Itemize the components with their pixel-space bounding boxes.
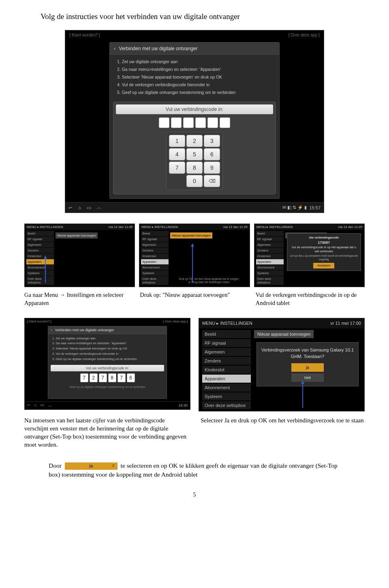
key-3[interactable]: 3: [204, 135, 220, 147]
key-9[interactable]: 9: [204, 162, 220, 174]
menu-algemeen[interactable]: Algemeen: [256, 242, 284, 247]
dialog-header: ‹ Verbinden met uw digitale ontvanger: [48, 326, 167, 334]
step-4: 4. Vul de verkregen verbindingscode hier…: [117, 81, 274, 89]
menu-systeem[interactable]: Systeem: [141, 271, 169, 276]
new-device-button[interactable]: Nieuw apparaat toevoegen: [56, 232, 98, 239]
code-digit: 8: [108, 373, 116, 382]
nav-home-icon[interactable]: ⌂: [34, 403, 36, 408]
nav-back-icon[interactable]: ⤺: [68, 205, 73, 211]
topbar-left-link[interactable]: { Klant worden? }: [27, 320, 51, 323]
back-icon[interactable]: ‹: [114, 45, 115, 51]
confirm-text: Verbindingsverzoek van Samsung Galaxy 10…: [260, 347, 355, 360]
code-box[interactable]: [195, 117, 206, 128]
stb-screenshot-2: MENU ▸ INSTELLINGEN ma 12 dec 11:25 Beel…: [139, 224, 250, 287]
code-input-filled: 7 2 7 8 7 6: [48, 373, 167, 382]
key-4[interactable]: 4: [169, 148, 185, 160]
key-7[interactable]: 7: [169, 162, 185, 174]
menu-algemeen[interactable]: Algemeen: [202, 348, 251, 356]
menu-abonnement[interactable]: Abonnement: [256, 265, 284, 270]
menu-rf[interactable]: RF signaal: [141, 236, 169, 242]
code-box[interactable]: [159, 117, 169, 128]
nav-up-icon[interactable]: ︿: [97, 204, 102, 211]
menu-beeld[interactable]: Beeld: [141, 231, 169, 236]
key-0[interactable]: 0: [186, 175, 203, 187]
menu-systeem[interactable]: Systeem: [256, 271, 284, 276]
menu-abonnement[interactable]: Abonnement: [26, 265, 54, 270]
menu-zenders[interactable]: Zenders: [26, 248, 54, 253]
new-device-button[interactable]: Nieuw apparaat toevoegen: [170, 232, 212, 239]
nav-home-icon[interactable]: ⌂: [78, 205, 81, 211]
menu-apparaten[interactable]: Apparaten: [141, 259, 169, 264]
code-label: Vul uw verbindingscode in:: [116, 104, 273, 114]
menu-algemeen[interactable]: Algemeen: [26, 242, 54, 247]
topbar-right-link[interactable]: { Over deze app }: [163, 320, 188, 323]
menu-kinderslot[interactable]: Kinderslot: [26, 254, 54, 259]
dialog-steps: 1. Zet uw digitale ontvanger aan 2. Ga n…: [48, 334, 167, 364]
key-2[interactable]: 2: [186, 135, 203, 147]
new-device-button[interactable]: Nieuw apparaat toevoegen: [254, 330, 314, 338]
no-button[interactable]: nee: [291, 373, 324, 382]
stb-menu: Beeld RF signaal Algemeen Zenders Kinder…: [256, 231, 284, 285]
code-input-boxes[interactable]: [116, 117, 273, 128]
nav-up-icon[interactable]: ︿: [48, 403, 52, 408]
menu-apparaten[interactable]: Apparaten: [256, 259, 284, 264]
caption-1: Ga naar Menu → Instellingen en selecteer…: [24, 291, 133, 307]
cancel-button[interactable]: Annuleren: [313, 263, 334, 268]
final-prefix: Door: [49, 462, 62, 469]
key-8[interactable]: 8: [186, 162, 203, 174]
menu-abonnement[interactable]: Abonnement: [202, 383, 251, 392]
popup-text: Vul de verbindingscode in op het apparaa…: [289, 245, 359, 254]
yes-button[interactable]: ja: [291, 363, 324, 372]
key-5[interactable]: 5: [186, 148, 203, 160]
menu-systeem[interactable]: Systeem: [26, 271, 54, 276]
topbar-right-link[interactable]: { Over deze app }: [288, 33, 320, 37]
menu-rf[interactable]: RF signaal: [256, 236, 284, 242]
menu-apparaten[interactable]: Apparaten: [202, 375, 251, 383]
nav-recent-icon[interactable]: ▭: [87, 205, 91, 211]
key-6[interactable]: 6: [204, 148, 220, 160]
menu-kinderslot[interactable]: Kinderslot: [256, 254, 284, 259]
menu-kinderslot[interactable]: Kinderslot: [202, 366, 251, 374]
caption-3: Vul de verkregen verbindingscode in op d…: [256, 291, 365, 307]
code-digit: 7: [99, 373, 107, 382]
menu-systeem[interactable]: Systeem: [202, 392, 251, 401]
dialog-header: ‹ Verbinden met uw digitale ontvanger: [110, 43, 279, 55]
topbar-left-link[interactable]: { Klant worden? }: [69, 33, 100, 37]
menu-over[interactable]: Over deze settopbox: [256, 276, 284, 285]
code-digit: 6: [127, 373, 135, 382]
menu-beeld[interactable]: Beeld: [256, 231, 284, 236]
code-box[interactable]: [183, 117, 194, 128]
menu-over[interactable]: Over deze settopbox: [141, 276, 169, 285]
dialog-title: Verbinden met uw digitale ontvanger: [55, 328, 114, 332]
stb-breadcrumb: MENU ▸ INSTELLINGEN: [256, 225, 293, 229]
menu-over[interactable]: Over deze settopbox: [26, 276, 54, 285]
menu-apparaten[interactable]: Apparaten: [26, 259, 54, 264]
stb-footer-hint: Druk op 'OK' om een nieuw apparaat toe t…: [170, 277, 248, 284]
back-icon[interactable]: ‹: [51, 328, 52, 332]
code-box[interactable]: [171, 117, 182, 128]
key-1[interactable]: 1: [169, 135, 185, 147]
key-backspace[interactable]: ⌫: [204, 175, 220, 187]
menu-kinderslot[interactable]: Kinderslot: [141, 254, 169, 259]
ja-button-inline[interactable]: ja: [65, 462, 118, 470]
menu-over[interactable]: Over deze settopbox: [202, 401, 251, 409]
tablet-body: ‹ Verbinden met uw digitale ontvanger 1.…: [65, 40, 324, 202]
caption-right: Selecteer Ja en druk op OK om het verbin…: [201, 416, 365, 449]
step-2: 2. Ga naar menu>instellingen en selectee…: [117, 66, 274, 73]
menu-abonnement[interactable]: Abonnement: [141, 265, 169, 270]
menu-zenders[interactable]: Zenders: [141, 248, 169, 253]
stb-datetime: ma 12 dec 11:25: [223, 225, 248, 229]
menu-beeld[interactable]: Beeld: [202, 330, 251, 338]
nav-back-icon[interactable]: ⤺: [27, 403, 30, 408]
nav-recent-icon[interactable]: ▭: [41, 403, 44, 408]
code-box[interactable]: [220, 117, 230, 128]
menu-zenders[interactable]: Zenders: [256, 248, 284, 253]
stb-datetime: vr 11 mei 17:00: [330, 321, 361, 326]
menu-rf[interactable]: RF signaal: [26, 236, 54, 242]
code-box[interactable]: [207, 117, 218, 128]
navbar-left: ⤺ ⌂ ▭ ︿: [27, 403, 52, 408]
menu-zenders[interactable]: Zenders: [202, 357, 251, 365]
menu-rf[interactable]: RF signaal: [202, 339, 251, 347]
menu-algemeen[interactable]: Algemeen: [141, 242, 169, 247]
menu-beeld[interactable]: Beeld: [26, 231, 54, 236]
